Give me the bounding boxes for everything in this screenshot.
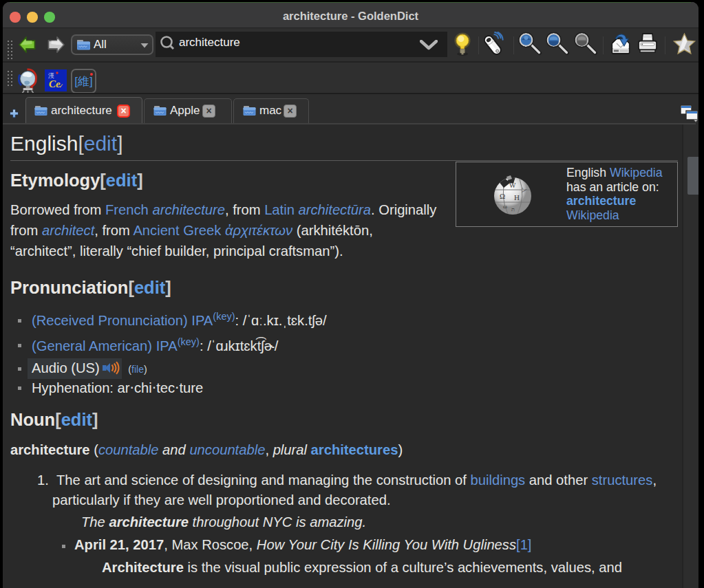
svg-text:✓: ✓ [58,83,64,89]
svg-text:ω: ω [503,203,507,210]
svg-text:ת: ת [511,206,515,213]
svg-text:Ω: Ω [500,192,505,200]
svg-text:H: H [514,193,520,202]
svg-text:W: W [509,182,516,189]
svg-text:ン: ン [521,186,527,193]
